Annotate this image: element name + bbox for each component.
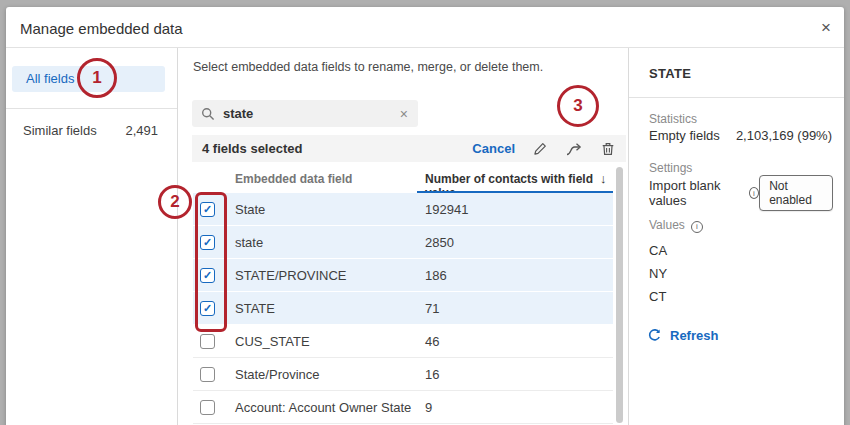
info-icon[interactable]: i — [749, 187, 759, 199]
field-name-cell: State/Province — [235, 367, 425, 382]
refresh-button[interactable]: Refresh — [647, 328, 718, 343]
values-list: CANYCT — [649, 243, 667, 312]
dialog-title: Manage embedded data — [20, 20, 183, 37]
pencil-icon — [532, 141, 548, 157]
import-blank-values-row: Import blank values i Not enabled — [649, 181, 833, 205]
selection-bar: 4 fields selected Cancel — [192, 135, 626, 162]
info-icon[interactable]: i — [691, 221, 703, 233]
field-name-cell: Account: Account Owner State — [235, 400, 425, 415]
refresh-label: Refresh — [670, 328, 718, 343]
search-clear-icon[interactable]: × — [400, 106, 408, 122]
field-name-cell: State — [235, 202, 425, 217]
table-row[interactable]: ✓State192941 — [193, 193, 613, 226]
field-count-cell: 71 — [425, 301, 545, 316]
delete-button[interactable] — [600, 141, 616, 157]
field-name-cell: STATE — [235, 301, 425, 316]
table-row[interactable]: ✓state2850 — [193, 226, 613, 259]
field-count-cell: 192941 — [425, 202, 545, 217]
field-count-cell: 186 — [425, 268, 545, 283]
value-item: NY — [649, 266, 667, 289]
row-checkbox[interactable] — [200, 334, 215, 349]
table-row[interactable]: Account: Account Owner State9 — [193, 391, 613, 424]
settings-label: Settings — [649, 161, 692, 175]
field-count-cell: 9 — [425, 400, 545, 415]
empty-fields-label: Empty fields — [649, 128, 720, 143]
statistics-label: Statistics — [649, 112, 697, 126]
close-icon[interactable]: × — [821, 19, 831, 36]
table-body: ✓State192941✓state2850✓STATE/PROVINCE186… — [193, 193, 613, 424]
not-enabled-button[interactable]: Not enabled — [759, 175, 833, 211]
row-checkbox[interactable] — [200, 367, 215, 382]
table-scrollbar[interactable] — [616, 167, 623, 423]
values-label-row: Valuesi — [649, 218, 703, 233]
field-count-cell: 16 — [425, 367, 545, 382]
details-divider — [629, 97, 844, 98]
sidebar-divider — [6, 108, 177, 109]
refresh-icon — [647, 328, 662, 343]
sidebar-item-count: 2,491 — [125, 123, 158, 138]
value-item: CT — [649, 289, 667, 312]
search-box[interactable]: × — [192, 100, 418, 127]
details-title: STATE — [649, 66, 691, 81]
values-label: Values — [649, 218, 685, 232]
column-header-field: Embedded data field — [235, 172, 352, 186]
manage-embedded-data-dialog: Manage embedded data × All fields Simila… — [6, 7, 844, 425]
annotation-circle-1: 1 — [77, 58, 117, 98]
main-description: Select embedded data fields to rename, m… — [193, 60, 543, 74]
value-item: CA — [649, 243, 667, 266]
row-checkbox[interactable] — [200, 400, 215, 415]
cancel-selection-link[interactable]: Cancel — [472, 141, 515, 156]
empty-fields-row: Empty fields 2,103,169 (99%) — [649, 128, 832, 143]
field-name-cell: STATE/PROVINCE — [235, 268, 425, 283]
search-icon — [201, 107, 215, 121]
import-blank-values-label: Import blank values — [649, 178, 743, 208]
sidebar-item-similar-fields[interactable]: Similar fields 2,491 — [23, 117, 158, 143]
page-background: Manage embedded data × All fields Simila… — [0, 0, 850, 425]
table-row[interactable]: State/Province16 — [193, 358, 613, 391]
sidebar-item-label: Similar fields — [23, 123, 97, 138]
merge-icon — [565, 141, 583, 157]
field-count-cell: 46 — [425, 334, 545, 349]
merge-button[interactable] — [565, 141, 583, 157]
sort-desc-icon[interactable]: ↓ — [600, 171, 607, 186]
table-row[interactable]: ✓STATE71 — [193, 292, 613, 325]
table-row[interactable]: ✓STATE/PROVINCE186 — [193, 259, 613, 292]
rename-button[interactable] — [532, 141, 548, 157]
table-row[interactable]: CUS_STATE46 — [193, 325, 613, 358]
selection-count-text: 4 fields selected — [202, 141, 302, 156]
search-input[interactable] — [223, 106, 383, 121]
sidebar: All fields Similar fields 2,491 — [6, 48, 178, 425]
annotation-circle-3: 3 — [557, 85, 599, 127]
field-count-cell: 2850 — [425, 235, 545, 250]
field-name-cell: CUS_STATE — [235, 334, 425, 349]
trash-icon — [600, 141, 616, 157]
annotation-rectangle-checkboxes — [195, 192, 227, 332]
field-name-cell: state — [235, 235, 425, 250]
details-panel: STATE Statistics Empty fields 2,103,169 … — [628, 48, 844, 425]
table-header: Embedded data field Number of contacts w… — [192, 165, 626, 193]
empty-fields-value: 2,103,169 (99%) — [736, 128, 832, 143]
annotation-circle-2: 2 — [158, 185, 192, 219]
